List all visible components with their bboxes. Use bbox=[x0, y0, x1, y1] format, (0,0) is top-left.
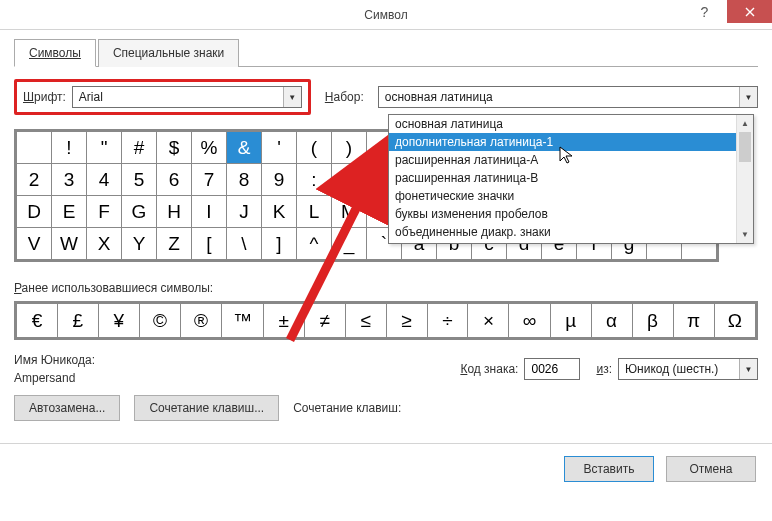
subset-dropdown[interactable]: основная латиницадополнительная латиница… bbox=[388, 114, 754, 244]
recent-symbol-cell[interactable]: Ω bbox=[714, 304, 755, 338]
code-label: Код знака: bbox=[460, 362, 518, 376]
font-highlight-box: Шрифт: Arial ▼ bbox=[14, 79, 311, 115]
symbol-cell[interactable]: & bbox=[227, 132, 262, 164]
recent-grid[interactable]: €£¥©®™±≠≤≥÷×∞µαβπΩ bbox=[14, 301, 758, 340]
symbol-cell[interactable]: K bbox=[262, 196, 297, 228]
symbol-cell[interactable]: 6 bbox=[157, 164, 192, 196]
cancel-button[interactable]: Отмена bbox=[666, 456, 756, 482]
autocorrect-button[interactable]: Автозамена... bbox=[14, 395, 120, 421]
shortcut-key-button[interactable]: Сочетание клавиш... bbox=[134, 395, 279, 421]
symbol-cell[interactable]: \ bbox=[227, 228, 262, 260]
symbol-cell[interactable]: E bbox=[52, 196, 87, 228]
symbol-cell[interactable]: ^ bbox=[297, 228, 332, 260]
symbol-cell[interactable]: % bbox=[192, 132, 227, 164]
chevron-down-icon[interactable]: ▼ bbox=[739, 359, 757, 379]
symbol-cell[interactable]: J bbox=[227, 196, 262, 228]
help-button[interactable]: ? bbox=[682, 0, 727, 23]
symbol-cell[interactable]: Z bbox=[157, 228, 192, 260]
symbol-cell[interactable]: : bbox=[297, 164, 332, 196]
font-label: Шрифт: bbox=[23, 90, 66, 104]
subset-option[interactable]: расширенная латиница-B bbox=[389, 169, 736, 187]
subset-option[interactable]: дополнительная латиница-1 bbox=[389, 133, 736, 151]
symbol-cell[interactable]: 9 bbox=[262, 164, 297, 196]
subset-option[interactable]: расширенная латиница-A bbox=[389, 151, 736, 169]
insert-button[interactable]: Вставить bbox=[564, 456, 654, 482]
symbol-cell[interactable]: G bbox=[122, 196, 157, 228]
from-combo[interactable]: Юникод (шестн.) ▼ bbox=[618, 358, 758, 380]
symbol-cell[interactable]: 8 bbox=[227, 164, 262, 196]
recent-symbol-cell[interactable]: ≤ bbox=[345, 304, 386, 338]
symbol-cell[interactable]: M bbox=[332, 196, 367, 228]
subset-label: Набор: bbox=[325, 90, 364, 104]
close-button[interactable] bbox=[727, 0, 772, 23]
symbol-cell[interactable]: D bbox=[17, 196, 52, 228]
recent-symbol-cell[interactable]: ≥ bbox=[386, 304, 427, 338]
symbol-cell[interactable]: 2 bbox=[17, 164, 52, 196]
symbol-cell[interactable]: 7 bbox=[192, 164, 227, 196]
symbol-cell[interactable]: " bbox=[87, 132, 122, 164]
symbol-cell[interactable]: F bbox=[87, 196, 122, 228]
tab-special-chars[interactable]: Специальные знаки bbox=[98, 39, 239, 67]
scroll-thumb[interactable] bbox=[739, 132, 751, 162]
symbol-cell[interactable]: ' bbox=[262, 132, 297, 164]
recent-symbol-cell[interactable]: π bbox=[673, 304, 714, 338]
symbol-cell[interactable]: I bbox=[192, 196, 227, 228]
tab-bar: Символы Специальные знаки bbox=[14, 38, 758, 67]
symbol-cell[interactable]: # bbox=[122, 132, 157, 164]
recent-symbol-cell[interactable]: ± bbox=[263, 304, 304, 338]
unicode-name-value: Ampersand bbox=[14, 371, 95, 385]
subset-combo[interactable]: основная латиница ▼ bbox=[378, 86, 758, 108]
font-combo[interactable]: Arial ▼ bbox=[72, 86, 302, 108]
recent-symbol-cell[interactable]: ≠ bbox=[304, 304, 345, 338]
recent-symbol-cell[interactable]: ® bbox=[180, 304, 221, 338]
symbol-cell[interactable]: $ bbox=[157, 132, 192, 164]
symbol-cell[interactable]: ) bbox=[332, 132, 367, 164]
scroll-up-icon[interactable]: ▲ bbox=[737, 115, 753, 132]
symbol-cell[interactable]: _ bbox=[332, 228, 367, 260]
recent-symbol-cell[interactable]: × bbox=[468, 304, 509, 338]
unicode-name-label: Имя Юникода: bbox=[14, 353, 95, 367]
chevron-down-icon[interactable]: ▼ bbox=[739, 87, 757, 107]
symbol-cell[interactable]: X bbox=[87, 228, 122, 260]
symbol-cell[interactable]: ; bbox=[332, 164, 367, 196]
recent-symbol-cell[interactable]: © bbox=[139, 304, 180, 338]
titlebar: Символ ? bbox=[0, 0, 772, 30]
symbol-cell[interactable]: V bbox=[17, 228, 52, 260]
recent-label: Ранее использовавшиеся символы: bbox=[14, 281, 758, 295]
subset-option[interactable]: объединенные диакр. знаки bbox=[389, 223, 736, 241]
from-label: из: bbox=[596, 362, 612, 376]
close-icon bbox=[745, 7, 755, 17]
dialog-footer: Вставить Отмена bbox=[0, 443, 772, 494]
recent-symbol-cell[interactable]: ¥ bbox=[98, 304, 139, 338]
symbol-cell[interactable] bbox=[17, 132, 52, 164]
symbol-cell[interactable]: ! bbox=[52, 132, 87, 164]
scroll-down-icon[interactable]: ▼ bbox=[737, 226, 753, 243]
chevron-down-icon[interactable]: ▼ bbox=[283, 87, 301, 107]
symbol-cell[interactable]: H bbox=[157, 196, 192, 228]
recent-symbol-cell[interactable]: ÷ bbox=[427, 304, 468, 338]
shortcut-display-label: Сочетание клавиш: bbox=[293, 401, 401, 415]
subset-option[interactable]: основная латиница bbox=[389, 115, 736, 133]
recent-symbol-cell[interactable]: ∞ bbox=[509, 304, 550, 338]
subset-option[interactable]: буквы изменения пробелов bbox=[389, 205, 736, 223]
recent-symbol-cell[interactable]: β bbox=[632, 304, 673, 338]
recent-symbol-cell[interactable]: ™ bbox=[222, 304, 264, 338]
symbol-cell[interactable]: L bbox=[297, 196, 332, 228]
symbol-cell[interactable]: 5 bbox=[122, 164, 157, 196]
subset-option[interactable]: фонетические значки bbox=[389, 187, 736, 205]
recent-symbol-cell[interactable]: € bbox=[17, 304, 58, 338]
recent-symbol-cell[interactable]: µ bbox=[550, 304, 591, 338]
symbol-cell[interactable]: [ bbox=[192, 228, 227, 260]
symbol-cell[interactable]: ( bbox=[297, 132, 332, 164]
symbol-cell[interactable]: W bbox=[52, 228, 87, 260]
symbol-cell[interactable]: ] bbox=[262, 228, 297, 260]
dropdown-scrollbar[interactable]: ▲ ▼ bbox=[736, 115, 753, 243]
symbol-cell[interactable]: 3 bbox=[52, 164, 87, 196]
dialog-title: Символ bbox=[364, 8, 407, 22]
symbol-cell[interactable]: 4 bbox=[87, 164, 122, 196]
symbol-cell[interactable]: Y bbox=[122, 228, 157, 260]
code-input[interactable]: 0026 bbox=[524, 358, 580, 380]
recent-symbol-cell[interactable]: £ bbox=[57, 304, 98, 338]
tab-symbols[interactable]: Символы bbox=[14, 39, 96, 67]
recent-symbol-cell[interactable]: α bbox=[591, 304, 632, 338]
